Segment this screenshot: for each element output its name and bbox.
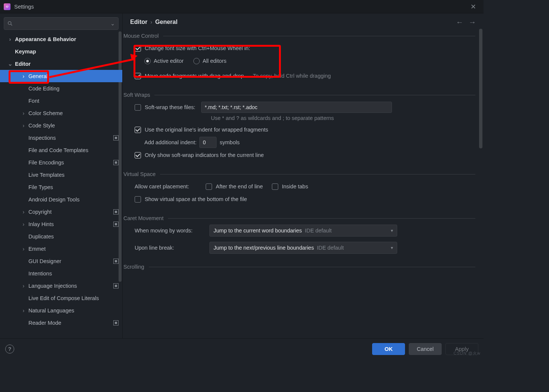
- sidebar-item-appearance-behavior[interactable]: ›Appearance & Behavior: [0, 33, 122, 45]
- scrollbar[interactable]: [479, 29, 482, 148]
- row-drag-drop[interactable]: Move code fragments with drag-and-drop T…: [123, 70, 475, 82]
- help-button[interactable]: ?: [5, 345, 14, 354]
- chevron-right-icon: ›: [21, 308, 26, 314]
- sidebar-item-label: Intentions: [28, 271, 52, 277]
- sidebar-item-label: Reader Mode: [28, 320, 61, 326]
- section-title-label: Soft Wraps: [123, 92, 150, 98]
- sidebar-item-duplicates[interactable]: Duplicates: [0, 230, 122, 243]
- checkbox-inside-tabs[interactable]: [272, 183, 278, 190]
- label-drag-drop: Move code fragments with drag-and-drop: [145, 73, 244, 79]
- section-mouse-control: Mouse Control: [123, 33, 475, 39]
- sidebar-item-natural-languages[interactable]: ›Natural Languages: [0, 304, 122, 317]
- sidebar-item-keymap[interactable]: Keymap: [0, 45, 122, 58]
- label-show-bottom: Show virtual space at the bottom of the …: [145, 196, 247, 202]
- sidebar: ⌄ ›Appearance & BehaviorKeymap⌄Editor›Ge…: [0, 13, 123, 338]
- sidebar-item-label: GUI Designer: [28, 258, 61, 264]
- checkbox-change-font-size[interactable]: [135, 45, 141, 52]
- search-icon: [7, 21, 13, 27]
- sidebar-item-live-templates[interactable]: Live Templates: [0, 169, 122, 181]
- sidebar-item-inspections[interactable]: Inspections: [0, 132, 122, 144]
- section-title-label: Scrolling: [123, 264, 144, 270]
- ok-button[interactable]: OK: [372, 343, 405, 355]
- sidebar-item-gui-designer[interactable]: GUI Designer: [0, 255, 122, 267]
- row-allow-caret: Allow caret placement: After the end of …: [123, 180, 475, 193]
- titlebar: Settings ✕: [0, 0, 484, 13]
- app-icon: [4, 3, 10, 10]
- sidebar-item-label: Inlay Hints: [28, 221, 54, 227]
- nav-forward-icon[interactable]: →: [469, 18, 476, 27]
- sidebar-item-label: Live Templates: [28, 172, 64, 178]
- sidebar-item-label: Emmet: [28, 246, 46, 252]
- close-icon[interactable]: ✕: [466, 3, 480, 11]
- dropdown-by-words[interactable]: Jump to the current word boundaries IDE …: [209, 225, 397, 237]
- sidebar-item-emmet[interactable]: ›Emmet: [0, 243, 122, 255]
- dropdown-line-break[interactable]: Jump to the next/previous line boundarie…: [209, 242, 397, 254]
- chevron-right-icon: ›: [21, 123, 26, 129]
- sidebar-item-android-design-tools[interactable]: Android Design Tools: [0, 193, 122, 206]
- search-input[interactable]: ⌄: [4, 17, 119, 30]
- sidebar-item-code-style[interactable]: ›Code Style: [0, 119, 122, 132]
- annotation-arrow-head: [130, 52, 138, 60]
- label-allow-caret: Allow caret placement:: [135, 183, 206, 189]
- section-virtual-space: Virtual Space: [123, 171, 475, 177]
- sidebar-item-code-editing[interactable]: Code Editing: [0, 82, 122, 95]
- sidebar-item-copyright[interactable]: ›Copyright: [0, 206, 122, 218]
- label-all-editors: All editors: [203, 58, 227, 64]
- row-only-show[interactable]: Only show soft-wrap indicators for the c…: [123, 149, 475, 161]
- chevron-down-icon[interactable]: ⌄: [110, 21, 115, 27]
- sidebar-item-color-scheme[interactable]: ›Color Scheme: [0, 107, 122, 119]
- apply-button[interactable]: Apply: [445, 343, 478, 355]
- dialog-footer: ? OK Cancel Apply: [0, 338, 484, 359]
- sidebar-item-general[interactable]: ›General: [0, 70, 122, 82]
- row-show-bottom[interactable]: Show virtual space at the bottom of the …: [123, 193, 475, 206]
- checkbox-only-show[interactable]: [135, 152, 141, 158]
- content-panel: Editor › General ← → Mouse Control Chang…: [123, 13, 484, 338]
- chevron-right-icon: ›: [7, 36, 13, 42]
- sidebar-item-label: Code Editing: [28, 86, 59, 92]
- checkbox-after-eol[interactable]: [206, 183, 212, 190]
- breadcrumb-leaf: General: [155, 19, 178, 25]
- chevron-right-icon: ›: [21, 283, 26, 289]
- sidebar-item-editor[interactable]: ⌄Editor: [0, 58, 122, 70]
- radio-all-editors[interactable]: [193, 58, 200, 64]
- sidebar-item-label: Appearance & Behavior: [15, 36, 76, 42]
- sidebar-item-reader-mode[interactable]: Reader Mode: [0, 317, 122, 329]
- hint-drag-drop: To copy, hold Ctrl while dragging: [253, 73, 331, 79]
- radio-active-editor[interactable]: [144, 58, 151, 64]
- sidebar-item-language-injections[interactable]: ›Language Injections: [0, 280, 122, 292]
- chevron-right-icon: ›: [21, 73, 26, 79]
- input-soft-wrap-patterns[interactable]: [201, 102, 392, 113]
- row-change-font-size[interactable]: Change font size with Ctrl+Mouse Wheel i…: [123, 42, 475, 55]
- sidebar-item-inlay-hints[interactable]: ›Inlay Hints: [0, 218, 122, 230]
- label-inside-tabs: Inside tabs: [282, 183, 308, 189]
- chevron-right-icon: ›: [21, 110, 26, 116]
- checkbox-use-indent[interactable]: [135, 127, 141, 133]
- checkbox-drag-drop[interactable]: [135, 73, 141, 79]
- input-add-indent[interactable]: [199, 137, 217, 148]
- label-only-show: Only show soft-wrap indicators for the c…: [145, 152, 264, 158]
- sidebar-item-live-edit-of-compose-literals[interactable]: Live Edit of Compose Literals: [0, 292, 122, 304]
- window-title: Settings: [14, 4, 34, 10]
- project-badge-icon: [113, 283, 119, 288]
- label-by-words: When moving by words:: [135, 228, 205, 234]
- dropdown-hint: IDE default: [305, 228, 332, 234]
- cancel-button[interactable]: Cancel: [409, 343, 442, 355]
- sidebar-item-label: Duplicates: [28, 234, 54, 240]
- sidebar-item-font[interactable]: Font: [0, 95, 122, 107]
- sidebar-item-label: File Types: [28, 184, 53, 190]
- row-use-indent[interactable]: Use the original line's indent for wrapp…: [123, 123, 475, 136]
- checkbox-show-bottom[interactable]: [135, 196, 141, 203]
- sidebar-item-label: Font: [28, 98, 39, 104]
- checkbox-soft-wrap[interactable]: [135, 104, 141, 111]
- sidebar-item-file-encodings[interactable]: File Encodings: [0, 156, 122, 169]
- search-field[interactable]: [15, 20, 109, 27]
- breadcrumb-root[interactable]: Editor: [130, 19, 147, 25]
- label-line-break: Upon line break:: [135, 245, 205, 251]
- section-title-label: Caret Movement: [123, 215, 163, 221]
- project-badge-icon: [113, 160, 119, 165]
- sidebar-item-intentions[interactable]: Intentions: [0, 267, 122, 280]
- nav-back-icon[interactable]: ←: [456, 18, 463, 27]
- sidebar-item-file-and-code-templates[interactable]: File and Code Templates: [0, 144, 122, 156]
- row-soft-wrap-files[interactable]: Soft-wrap these files:: [123, 101, 475, 114]
- sidebar-item-file-types[interactable]: File Types: [0, 181, 122, 193]
